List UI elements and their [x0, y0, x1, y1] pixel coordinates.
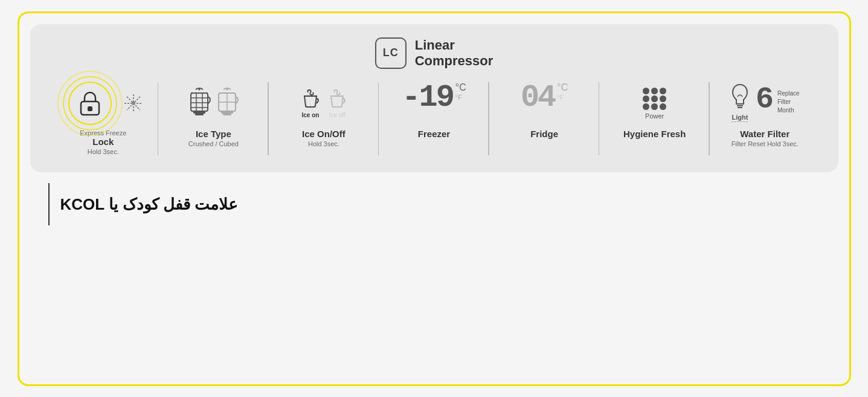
svg-rect-20 [221, 111, 233, 114]
annotation-area: علامت قفل کودک یا LOCK [30, 183, 838, 225]
ice-type-label-main: Ice Type [196, 129, 231, 140]
snowflake-icon [123, 93, 144, 114]
fridge-display: 04 °C °F [521, 82, 568, 124]
lc-logo: LC [375, 37, 407, 69]
outer-border: LC Linear Compressor [18, 11, 851, 386]
freezer-label-main: Freezer [418, 129, 450, 140]
panel-header: LC Linear Compressor [48, 37, 820, 69]
ice-type-section[interactable]: Ice Type Crushed / Cubed [158, 82, 269, 155]
freezer-section[interactable]: -19 °C °F Freezer [379, 82, 489, 155]
ice-type-icons [187, 82, 239, 124]
freezer-unit: °C °F [455, 82, 466, 101]
freezer-labels: Freezer [418, 129, 450, 140]
power-label: Power [645, 112, 664, 120]
light-bulb-icon [730, 82, 750, 112]
controls-row: Express Freeze Lock Hold 3sec. [48, 82, 820, 155]
hygiene-icon-area: Power [643, 82, 666, 124]
ice-off-icon [326, 89, 348, 111]
svg-rect-1 [88, 106, 92, 111]
fridge-label-main: Fridge [530, 129, 558, 140]
filter-number: 6 [756, 85, 774, 115]
replace-line3: Month [777, 106, 800, 115]
brand-title: Linear Compressor [415, 37, 493, 69]
lock-icon-area [63, 82, 144, 124]
crushed-ice-icon [187, 87, 211, 120]
freezer-display: -19 °C °F [402, 82, 466, 124]
freezer-value: -19 [402, 82, 453, 114]
hygiene-section[interactable]: Power Hygiene Fresh [599, 82, 710, 155]
svg-rect-21 [223, 114, 231, 115]
annotation-vertical-line [48, 183, 50, 225]
annotation-text: علامت قفل کودک یا LOCK [60, 195, 239, 214]
svg-rect-7 [191, 93, 208, 111]
fridge-unit: °C °F [557, 82, 568, 101]
water-filter-label-sub: Filter Reset Hold 3sec. [731, 140, 799, 147]
water-filter-labels: Water Filter Filter Reset Hold 3sec. [731, 129, 799, 147]
ice-onoff-section[interactable]: Ice on Ice off Ice On/Off Hold 3sec. [269, 82, 379, 155]
lock-icon [79, 89, 101, 117]
water-filter-icon-area: Light 6 Replace Filter Month [730, 82, 800, 124]
ice-onoff-icons: Ice on Ice off [300, 82, 348, 124]
fridge-labels: Fridge [530, 129, 558, 140]
ice-onoff-label-sub: Hold 3sec. [308, 140, 339, 147]
lock-section[interactable]: Express Freeze Lock Hold 3sec. [48, 82, 159, 155]
ice-type-labels: Ice Type Crushed / Cubed [188, 129, 239, 147]
ice-on-text: Ice on [301, 112, 319, 118]
lock-ring-container [63, 82, 117, 124]
light-top-label: Light [731, 114, 748, 122]
water-filter-label-main: Water Filter [740, 129, 789, 140]
svg-point-16 [199, 88, 201, 90]
ice-onoff-labels: Ice On/Off Hold 3sec. [302, 129, 346, 147]
hygiene-label-main: Hygiene Fresh [623, 129, 686, 140]
ice-type-label-sub: Crushed / Cubed [188, 140, 239, 147]
svg-point-6 [132, 102, 135, 105]
lock-label-main: Lock [92, 137, 114, 147]
ice-off-text: Ice off [329, 112, 345, 118]
replace-line2: Filter [777, 98, 800, 106]
fridge-value: 04 [521, 82, 555, 114]
svg-point-22 [227, 88, 228, 90]
ice-on-icon [300, 89, 321, 111]
replace-line1: Replace [777, 89, 800, 98]
lock-label-sub: Hold 3sec. [88, 148, 119, 155]
control-panel: LC Linear Compressor [30, 24, 838, 172]
cubed-ice-icon [215, 87, 239, 120]
svg-rect-14 [193, 111, 205, 114]
water-filter-section[interactable]: Light 6 Replace Filter Month Water Filte… [710, 82, 820, 155]
ice-onoff-label-main: Ice On/Off [302, 129, 346, 140]
fridge-section[interactable]: 04 °C °F Fridge [489, 82, 600, 155]
annotation-line [48, 183, 50, 225]
svg-rect-15 [195, 114, 204, 115]
hygiene-labels: Hygiene Fresh [623, 129, 686, 140]
